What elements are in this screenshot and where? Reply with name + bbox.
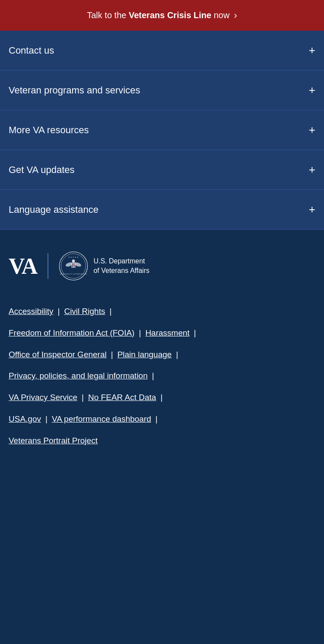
sep-7: | (152, 367, 154, 385)
accordion-header-veteran-programs[interactable]: Veteran programs and services + (0, 70, 324, 110)
svg-point-7 (72, 260, 75, 263)
sep-9: | (160, 388, 162, 407)
accordion-label-va-updates: Get VA updates (9, 164, 74, 176)
accordion-header-more-resources[interactable]: More VA resources + (0, 110, 324, 150)
sep-6: | (176, 346, 178, 364)
link-va-privacy-service[interactable]: VA Privacy Service (9, 388, 77, 407)
crisis-bold-text: Veterans Crisis Line (129, 10, 211, 20)
footer-links: Accessibility | Civil Rights | Freedom o… (9, 302, 315, 450)
svg-text:DEPARTMENT OF VETERANS AFFAIRS: DEPARTMENT OF VETERANS AFFAIRS (60, 273, 87, 275)
va-seal-container: ★ ★ ★ ★ ★ DEPARTMENT OF VETERANS AFFAIRS… (59, 251, 149, 281)
footer-link-row-1: Accessibility | Civil Rights | (9, 302, 315, 320)
link-usa-gov[interactable]: USA.gov (9, 410, 41, 428)
accordion-plus-language: + (309, 203, 315, 216)
va-dept-line2: of Veterans Affairs (93, 266, 149, 276)
accordion-plus-veteran-programs: + (309, 83, 315, 97)
footer-link-row-7: Veterans Portrait Project (9, 432, 315, 450)
va-dept-line1: U.S. Department (93, 256, 149, 266)
accordion-header-va-updates[interactable]: Get VA updates + (0, 150, 324, 189)
sep-5: | (111, 346, 113, 364)
sep-4: | (194, 324, 196, 342)
accordion-section-language: Language assistance + (0, 190, 324, 230)
accordion-label-language: Language assistance (9, 204, 98, 215)
veterans-crisis-line-banner[interactable]: Talk to the Veterans Crisis Line now › (0, 0, 324, 31)
footer-link-row-4: Privacy, policies, and legal information… (9, 367, 315, 385)
accordion-section-more-resources: More VA resources + (0, 110, 324, 150)
sep-1: | (57, 302, 60, 320)
sep-8: | (82, 388, 84, 407)
accordion-plus-va-updates: + (309, 163, 315, 176)
link-no-fear[interactable]: No FEAR Act Data (88, 388, 156, 407)
crisis-chevron-icon: › (234, 10, 237, 21)
link-inspector-general[interactable]: Office of Inspector General (9, 346, 107, 364)
va-logo-divider (48, 253, 48, 279)
svg-text:★ ★ ★ ★ ★: ★ ★ ★ ★ ★ (68, 256, 79, 258)
accordion-label-veteran-programs: Veteran programs and services (9, 85, 140, 96)
link-performance-dashboard[interactable]: VA performance dashboard (52, 410, 151, 428)
footer-link-row-5: VA Privacy Service | No FEAR Act Data | (9, 388, 315, 407)
accordion-header-contact[interactable]: Contact us + (0, 31, 324, 70)
accordion-plus-more-resources: + (309, 123, 315, 137)
footer-link-row-6: USA.gov | VA performance dashboard | (9, 410, 315, 428)
link-privacy-policies[interactable]: Privacy, policies, and legal information (9, 367, 148, 385)
footer-bottom: VA ★ ★ ★ ★ ★ (0, 230, 324, 479)
crisis-banner-text: Talk to the Veterans Crisis Line now (87, 10, 229, 20)
va-logo-row: VA ★ ★ ★ ★ ★ (9, 247, 315, 281)
link-harassment[interactable]: Harassment (145, 324, 189, 342)
va-dept-name: U.S. Department of Veterans Affairs (93, 256, 149, 276)
accordion-section-contact: Contact us + (0, 31, 324, 70)
accordion-container: Contact us + Veteran programs and servic… (0, 31, 324, 230)
sep-2: | (109, 302, 111, 320)
footer-link-row-3: Office of Inspector General | Plain lang… (9, 346, 315, 364)
link-accessibility[interactable]: Accessibility (9, 302, 53, 320)
accordion-header-language[interactable]: Language assistance + (0, 190, 324, 229)
link-foia[interactable]: Freedom of Information Act (FOIA) (9, 324, 134, 342)
link-civil-rights[interactable]: Civil Rights (64, 302, 105, 320)
footer-link-row-2: Freedom of Information Act (FOIA) | Hara… (9, 324, 315, 342)
accordion-section-veteran-programs: Veteran programs and services + (0, 70, 324, 110)
accordion-section-va-updates: Get VA updates + (0, 150, 324, 190)
sep-10: | (45, 410, 48, 428)
accordion-label-more-resources: More VA resources (9, 125, 89, 136)
accordion-label-contact: Contact us (9, 45, 54, 56)
sep-11: | (156, 410, 158, 428)
accordion-plus-contact: + (309, 44, 315, 57)
va-seal-icon: ★ ★ ★ ★ ★ DEPARTMENT OF VETERANS AFFAIRS (59, 251, 88, 281)
va-wordmark: VA (9, 253, 37, 279)
link-plain-language[interactable]: Plain language (118, 346, 172, 364)
sep-3: | (139, 324, 141, 342)
link-veterans-portrait[interactable]: Veterans Portrait Project (9, 432, 98, 450)
